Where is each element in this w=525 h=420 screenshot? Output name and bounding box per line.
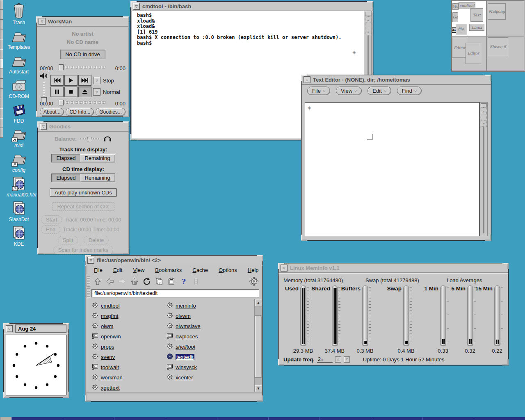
desktop-icon-kde[interactable]: KDE xyxy=(7,224,31,247)
file-name[interactable]: msgfmt xyxy=(101,313,119,319)
menu-help[interactable]: Help xyxy=(242,267,264,273)
stop-button[interactable] xyxy=(64,87,78,97)
panel-segment[interactable] xyxy=(0,89,3,98)
file-item-props[interactable]: props xyxy=(92,342,114,351)
pager-window-text[interactable]: Text xyxy=(470,8,483,22)
taskbar-segment[interactable] xyxy=(320,417,371,420)
hidden-panel-bottom[interactable] xyxy=(0,417,525,420)
desktop-icon-trash[interactable]: Trash xyxy=(7,2,31,25)
scroll-up-icon[interactable]: ▲ xyxy=(365,17,371,23)
repeat-section-button[interactable]: Repeat section of CD: xyxy=(52,202,114,211)
goodies-titlebar[interactable]: ▽ Goodies xyxy=(38,122,129,132)
next-track-button[interactable] xyxy=(78,75,91,86)
pause-button[interactable] xyxy=(50,87,64,97)
html-icon[interactable] xyxy=(7,199,31,216)
trash-icon[interactable] xyxy=(7,2,31,19)
reload-icon[interactable] xyxy=(142,276,152,286)
panel-segment[interactable] xyxy=(0,128,3,138)
folder-icon[interactable] xyxy=(7,51,31,68)
file-item-xgettext[interactable]: xgettext xyxy=(92,383,120,392)
taskbar-segment[interactable] xyxy=(217,417,268,420)
file-item-shelltool[interactable]: shelltool xyxy=(167,342,195,351)
eject-button[interactable] xyxy=(78,87,91,97)
panel-segment[interactable] xyxy=(0,39,3,49)
spin-up-icon[interactable]: △ xyxy=(335,356,341,363)
panel-segment[interactable] xyxy=(0,59,3,69)
file-item-winsysck[interactable]: winsysck xyxy=(167,363,197,371)
scroll-elevator[interactable]: ▲ ▼ xyxy=(365,16,371,35)
floppy-icon[interactable] xyxy=(7,100,31,118)
panel-segment[interactable] xyxy=(0,20,3,30)
view-menu-button[interactable]: View▽ xyxy=(336,87,362,95)
paste-icon[interactable] xyxy=(166,276,177,286)
split-button[interactable]: Split xyxy=(58,236,78,244)
toolbar-handle[interactable] xyxy=(87,288,90,298)
gear-icon[interactable] xyxy=(249,276,259,286)
cd-info-button[interactable]: CD Info... xyxy=(66,108,94,116)
desktop-icon-cd-rom[interactable]: CD-ROM xyxy=(7,76,31,99)
pager-window-editor[interactable]: Editor xyxy=(466,43,481,64)
pager-window-mahjong[interactable]: Mahjong xyxy=(488,3,506,20)
delete-button[interactable]: Delete xyxy=(84,236,109,244)
copy-icon[interactable] xyxy=(154,276,164,286)
taskbar-segment[interactable] xyxy=(166,417,217,420)
folder-link-icon[interactable] xyxy=(7,125,31,142)
hidden-panel-left[interactable] xyxy=(0,0,3,138)
scroll-up-icon[interactable]: ▲ xyxy=(481,108,486,114)
spin-down-icon[interactable]: ▽ xyxy=(344,356,350,363)
end-button[interactable]: End xyxy=(41,225,60,234)
editor-text-area[interactable]: ◈ xyxy=(305,102,479,236)
file-item-textedit[interactable]: textedit xyxy=(167,353,194,361)
track-elapsed-toggle[interactable]: Elapsed xyxy=(52,154,80,162)
play-order-menu-icon[interactable]: ▽ xyxy=(93,88,100,96)
file-manager-titlebar[interactable]: ▽ file:/usr/openwin/bin/ <2> xyxy=(85,256,262,265)
menubar-handle[interactable] xyxy=(87,265,87,274)
html-link-icon[interactable] xyxy=(7,174,31,192)
file-item-olwmslave[interactable]: olwmslave xyxy=(167,322,201,330)
scroll-anchor[interactable] xyxy=(481,103,487,107)
scroll-down-icon[interactable]: ▼ xyxy=(255,385,262,392)
menu-view[interactable]: View xyxy=(128,267,150,273)
scroll-down-icon[interactable]: ▼ xyxy=(365,29,371,35)
folder-link-icon[interactable] xyxy=(7,150,31,167)
menu-bookmarks[interactable]: Bookmarks xyxy=(150,267,187,273)
about-button[interactable]: About... xyxy=(40,108,64,116)
desktop-icon-fdd[interactable]: FDD xyxy=(7,100,31,124)
panel-segment[interactable] xyxy=(0,118,3,128)
file-item-workman[interactable]: workman xyxy=(92,373,123,381)
file-name[interactable]: textedit xyxy=(176,354,194,360)
file-item-toolwait[interactable]: toolwait xyxy=(92,363,119,371)
pager-window-editor[interactable]: Editor xyxy=(452,38,467,58)
file-name[interactable]: olwmslave xyxy=(176,323,201,329)
cd-remaining-toggle[interactable]: Remaining xyxy=(80,174,114,182)
up-icon[interactable] xyxy=(92,276,103,286)
cd-position-slider[interactable] xyxy=(59,100,105,105)
taskbar-segment[interactable] xyxy=(371,417,422,420)
scroll-elevator[interactable]: ▲ ▼ xyxy=(481,108,487,127)
meminfo-titlebar[interactable]: ▽ Linux Meminfo v1.1 xyxy=(278,263,508,273)
text-editor-titlebar[interactable]: ▽ Text Editor - (NONE), dir; /home/tomas xyxy=(301,75,491,85)
file-list-scrollbar[interactable]: ▲ ▼ xyxy=(254,299,262,392)
file-item-olwm[interactable]: olwm xyxy=(92,322,113,330)
goodies-button[interactable]: Goodies... xyxy=(96,108,126,116)
panel-segment[interactable] xyxy=(0,49,3,59)
file-item-openwin[interactable]: openwin xyxy=(92,332,121,340)
menu-cache[interactable]: Cache xyxy=(187,267,213,273)
scroll-thumb[interactable] xyxy=(255,315,262,378)
html-icon[interactable] xyxy=(7,224,31,241)
file-name[interactable]: meminfo xyxy=(176,303,196,309)
menu-file[interactable]: File xyxy=(89,267,108,273)
play-mode-menu-icon[interactable]: ▽ xyxy=(93,77,100,84)
file-item-xcenter[interactable]: xcenter xyxy=(167,373,193,381)
file-name[interactable]: toolwait xyxy=(101,364,119,370)
balance-slider[interactable] xyxy=(80,137,100,141)
edit-menu-button[interactable]: Edit▽ xyxy=(368,87,391,95)
taskbar-segment[interactable] xyxy=(114,417,165,420)
pager-window-linux[interactable]: Linux xyxy=(469,24,484,31)
desktop-icon-templates[interactable]: Templates xyxy=(7,27,31,50)
panel-segment[interactable] xyxy=(0,69,3,79)
track-position-slider[interactable] xyxy=(59,64,105,69)
file-item-owplaces[interactable]: owplaces xyxy=(167,332,198,340)
taskbar-segment[interactable] xyxy=(474,417,525,420)
folder-icon[interactable] xyxy=(7,27,31,44)
